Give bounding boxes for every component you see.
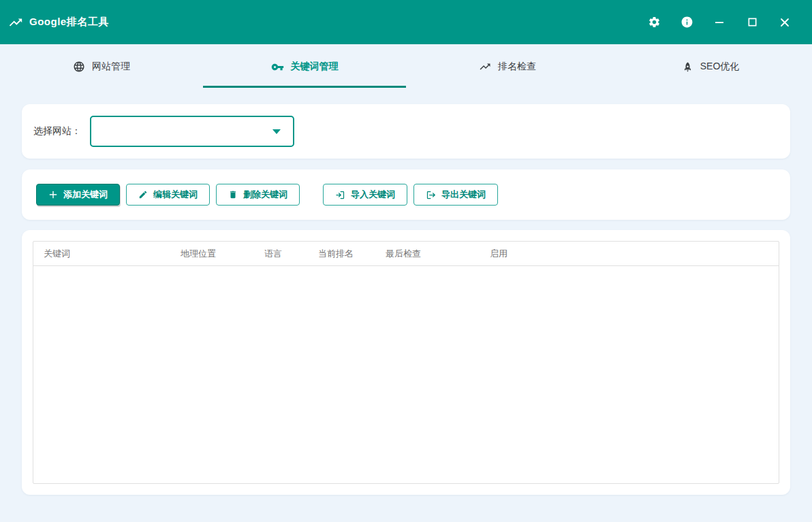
maximize-button[interactable] bbox=[743, 13, 762, 32]
delete-keyword-button[interactable]: 删除关键词 bbox=[216, 184, 300, 206]
globe-icon bbox=[73, 61, 85, 73]
gear-icon bbox=[648, 16, 661, 29]
key-icon bbox=[271, 61, 284, 74]
keyword-table-body bbox=[33, 266, 779, 483]
tab-seo-optimization[interactable]: SEO优化 bbox=[609, 44, 812, 89]
maximize-icon bbox=[747, 17, 758, 27]
button-label: 编辑关键词 bbox=[153, 189, 198, 201]
app-title: Google排名工具 bbox=[29, 16, 109, 29]
site-selector-card: 选择网站： bbox=[22, 104, 790, 159]
trash-icon bbox=[228, 190, 238, 199]
column-header-location: 地理位置 bbox=[170, 248, 254, 260]
site-select-dropdown[interactable] bbox=[90, 116, 294, 147]
minimize-button[interactable] bbox=[710, 13, 729, 32]
keyword-table-header: 关键词 地理位置 语言 当前排名 最后检查 启用 bbox=[33, 242, 779, 266]
button-label: 导出关键词 bbox=[441, 189, 486, 201]
tab-label: 关键词管理 bbox=[291, 61, 339, 73]
info-icon bbox=[681, 16, 693, 29]
chevron-down-icon bbox=[272, 129, 281, 134]
close-button[interactable] bbox=[775, 13, 794, 32]
tab-label: SEO优化 bbox=[700, 61, 740, 73]
pencil-icon bbox=[138, 190, 148, 199]
trending-up-icon bbox=[479, 61, 491, 73]
keyword-table-card: 关键词 地理位置 语言 当前排名 最后检查 启用 bbox=[22, 230, 790, 495]
column-header-keyword: 关键词 bbox=[33, 248, 170, 260]
tab-label: 排名检查 bbox=[498, 61, 536, 73]
minimize-icon bbox=[714, 17, 725, 28]
keyword-toolbar-card: 添加关键词 编辑关键词 删除关键词 导入关键词 bbox=[22, 169, 790, 220]
import-icon bbox=[335, 190, 345, 200]
close-icon bbox=[779, 17, 790, 28]
column-header-last-check: 最后检查 bbox=[375, 248, 480, 260]
tab-rank-check[interactable]: 排名检查 bbox=[406, 44, 609, 89]
keyword-table: 关键词 地理位置 语言 当前排名 最后检查 启用 bbox=[33, 241, 779, 484]
import-keywords-button[interactable]: 导入关键词 bbox=[323, 184, 407, 206]
settings-button[interactable] bbox=[644, 13, 663, 32]
trending-up-icon bbox=[8, 15, 23, 30]
tab-keyword-management[interactable]: 关键词管理 bbox=[203, 44, 406, 89]
info-button[interactable] bbox=[677, 13, 696, 32]
tabbar: 网站管理 关键词管理 排名检查 SEO优化 bbox=[0, 44, 812, 89]
export-icon bbox=[426, 190, 436, 200]
rocket-icon bbox=[682, 61, 693, 73]
edit-keyword-button[interactable]: 编辑关键词 bbox=[126, 184, 210, 206]
button-label: 删除关键词 bbox=[243, 189, 287, 201]
site-selector-label: 选择网站： bbox=[33, 125, 81, 137]
button-label: 添加关键词 bbox=[63, 189, 108, 201]
add-keyword-button[interactable]: 添加关键词 bbox=[36, 184, 120, 206]
tab-label: 网站管理 bbox=[92, 61, 130, 73]
button-label: 导入关键词 bbox=[351, 189, 395, 201]
tab-website-management[interactable]: 网站管理 bbox=[0, 44, 203, 89]
titlebar: Google排名工具 bbox=[0, 0, 812, 44]
plus-icon bbox=[48, 190, 58, 199]
column-header-current-rank: 当前排名 bbox=[308, 248, 375, 260]
column-header-enabled: 启用 bbox=[480, 248, 779, 260]
export-keywords-button[interactable]: 导出关键词 bbox=[413, 184, 498, 206]
column-header-language: 语言 bbox=[254, 248, 308, 260]
